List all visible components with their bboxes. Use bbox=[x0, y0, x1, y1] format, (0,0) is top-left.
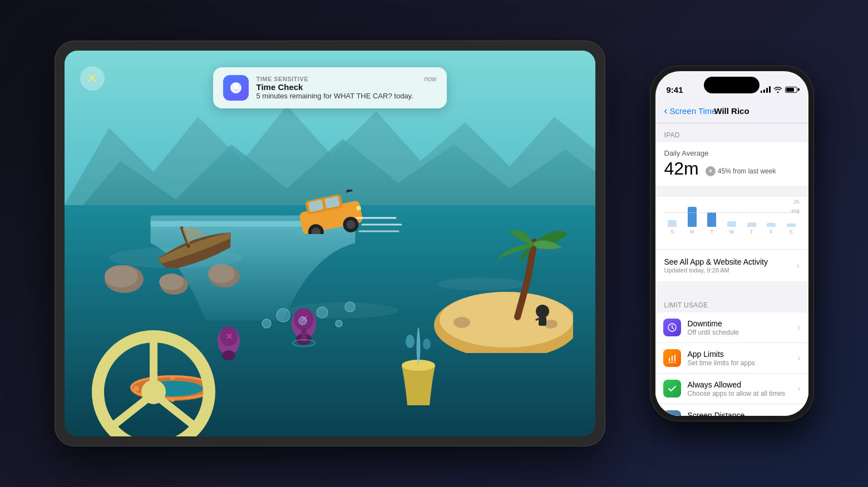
svg-point-60 bbox=[262, 319, 271, 328]
bar-col-m: M bbox=[684, 207, 701, 235]
limit-usage-list: Downtime Off until schedule › bbox=[655, 312, 808, 416]
screen-distance-title: Screen Distance bbox=[688, 411, 791, 416]
svg-rect-70 bbox=[669, 357, 670, 361]
app-limits-title: App Limits bbox=[688, 350, 791, 359]
motion-lines-svg bbox=[351, 212, 407, 240]
svg-rect-72 bbox=[674, 355, 675, 361]
avg-line bbox=[664, 212, 800, 213]
fountain-svg bbox=[391, 322, 446, 405]
notif-body: 5 minutes remaining for WHAT THE CAR? to… bbox=[257, 92, 417, 100]
svg-rect-66 bbox=[234, 83, 238, 88]
ipad-device: ✕ ✕ bbox=[55, 41, 605, 446]
scene: ✕ ✕ bbox=[32, 18, 836, 469]
screen-distance-chevron-icon: › bbox=[797, 414, 800, 416]
back-chevron-icon: ‹ bbox=[664, 105, 668, 117]
bubbles-svg bbox=[250, 285, 361, 340]
svg-point-67 bbox=[235, 91, 236, 92]
bar-label-w: W bbox=[729, 229, 734, 235]
status-time: 9:41 bbox=[667, 85, 683, 95]
always-allowed-subtitle: Choose apps to allow at all times bbox=[688, 390, 791, 397]
bar-col-t2: T bbox=[743, 222, 760, 235]
game-background: ✕ ✕ bbox=[65, 51, 595, 436]
bars-container: S M T W bbox=[664, 201, 800, 235]
notif-content: TIME SENSITIVE Time Check 5 minutes rema… bbox=[257, 76, 417, 100]
list-item-screen-distance[interactable]: Screen Distance Reduce eye strain › bbox=[655, 404, 808, 416]
bar-t2 bbox=[747, 222, 756, 227]
nav-bar: ‹ Screen Time Will Rico bbox=[655, 99, 808, 123]
chart-area: 2h avg S M bbox=[664, 201, 800, 240]
limit-usage-header: LIMIT USAGE bbox=[655, 294, 808, 312]
bar-label-s2: S bbox=[790, 229, 793, 235]
svg-point-63 bbox=[317, 307, 328, 318]
downtime-icon bbox=[663, 319, 681, 336]
bar-label-t1: T bbox=[711, 229, 714, 235]
svg-point-11 bbox=[536, 305, 549, 318]
ship-svg bbox=[144, 212, 244, 268]
bar-t1 bbox=[707, 212, 716, 227]
svg-point-44 bbox=[222, 350, 235, 360]
notification-banner: TIME SENSITIVE Time Check 5 minutes rema… bbox=[213, 67, 447, 108]
app-limits-icon bbox=[663, 349, 681, 367]
screen-content: IPAD Daily Average 42m bbox=[655, 123, 808, 416]
see-all-sub: Updated today, 9:28 AM bbox=[664, 267, 768, 274]
downtime-subtitle: Off until schedule bbox=[688, 329, 791, 336]
list-item-app-limits[interactable]: App Limits Set time limits for apps › bbox=[655, 343, 808, 374]
close-button[interactable]: ✕ bbox=[80, 66, 105, 91]
avg-label: avg bbox=[791, 208, 800, 213]
svg-line-55 bbox=[114, 400, 145, 425]
svg-point-58 bbox=[406, 335, 415, 348]
always-allowed-chevron-icon: › bbox=[797, 384, 800, 394]
svg-line-56 bbox=[162, 400, 194, 425]
daily-average-section: Daily Average 42m 45% from last week bbox=[655, 142, 808, 186]
svg-point-18 bbox=[159, 274, 184, 290]
iphone-screen: 9:41 bbox=[655, 71, 808, 416]
dynamic-island bbox=[704, 77, 760, 93]
see-all-chevron-icon: › bbox=[796, 261, 799, 271]
list-item-downtime[interactable]: Downtime Off until schedule › bbox=[655, 312, 808, 343]
bar-col-s1: S bbox=[664, 220, 681, 235]
notif-app-icon bbox=[223, 75, 249, 101]
nav-title: Will Rico bbox=[714, 106, 749, 116]
list-item-always-allowed[interactable]: Always Allowed Choose apps to allow at a… bbox=[655, 374, 808, 404]
chart-2h-label: 2h bbox=[793, 199, 799, 205]
screen-distance-icon bbox=[663, 410, 681, 416]
back-label: Screen Time bbox=[670, 106, 717, 116]
daily-avg-change: 45% from last week bbox=[706, 166, 776, 176]
status-icons bbox=[761, 86, 797, 93]
svg-point-61 bbox=[277, 309, 290, 322]
ipad-screen: ✕ ✕ bbox=[65, 51, 595, 436]
bar-label-t2: T bbox=[750, 229, 753, 235]
bar-chart: 2h avg S M bbox=[655, 197, 808, 249]
svg-rect-12 bbox=[539, 317, 546, 326]
svg-point-59 bbox=[423, 339, 431, 350]
always-allowed-title: Always Allowed bbox=[688, 380, 791, 389]
bar-m bbox=[688, 207, 697, 227]
battery-icon bbox=[785, 87, 797, 93]
signal-icon bbox=[761, 86, 771, 93]
bar-col-s2: S bbox=[783, 223, 800, 235]
svg-point-64 bbox=[336, 320, 342, 327]
bar-col-f: F bbox=[763, 223, 780, 235]
svg-point-62 bbox=[299, 317, 307, 325]
svg-rect-71 bbox=[672, 356, 673, 361]
back-button[interactable]: ‹ Screen Time bbox=[664, 105, 717, 117]
avg-time: 42m bbox=[664, 158, 699, 179]
see-all-row[interactable]: See All App & Website Activity Updated t… bbox=[655, 249, 808, 281]
svg-text:✕: ✕ bbox=[225, 332, 232, 341]
iphone-device: 9:41 bbox=[650, 66, 814, 421]
svg-point-65 bbox=[345, 302, 355, 312]
downtime-title: Downtime bbox=[688, 319, 791, 328]
downtime-chevron-icon: › bbox=[797, 322, 800, 332]
daily-avg-value: 42m 45% from last week bbox=[664, 158, 800, 179]
close-icon: ✕ bbox=[87, 72, 98, 85]
svg-point-9 bbox=[453, 317, 470, 328]
daily-avg-label: Daily Average bbox=[664, 149, 800, 157]
see-all-label: See All App & Website Activity bbox=[664, 257, 768, 266]
bar-col-t1: T bbox=[704, 212, 721, 235]
bar-label-f: F bbox=[770, 229, 773, 235]
wifi-icon bbox=[773, 86, 782, 93]
steering-wheel-svg bbox=[87, 325, 220, 436]
bar-label-m: M bbox=[690, 229, 694, 235]
notif-label: TIME SENSITIVE bbox=[257, 76, 417, 82]
bar-s2 bbox=[787, 223, 796, 227]
